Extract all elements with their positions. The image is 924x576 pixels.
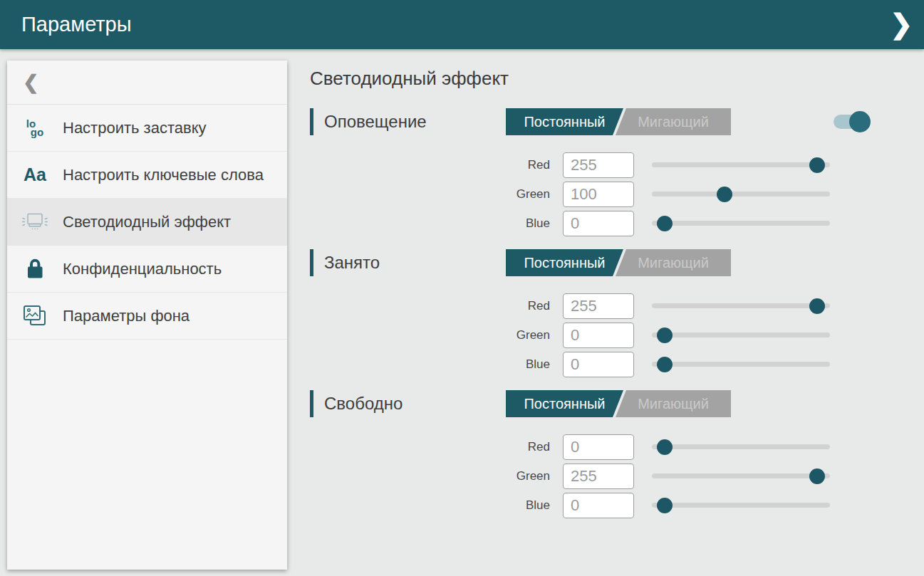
section-notification: Оповещение Постоянный Мигающий Red Green (310, 107, 910, 236)
mode-constant-button[interactable]: Постоянный (506, 249, 623, 276)
green-value-input[interactable] (563, 323, 634, 348)
back-chevron-icon: ❮ (23, 71, 39, 94)
red-row: Red (310, 152, 910, 178)
slider-thumb[interactable] (657, 328, 673, 343)
red-label: Red (492, 440, 563, 454)
slider-track[interactable] (652, 362, 830, 367)
slider-thumb[interactable] (717, 187, 732, 202)
section-title: Оповещение (324, 112, 506, 132)
blue-slider[interactable] (652, 215, 830, 232)
page-title: Светодиодный эффект (310, 68, 910, 90)
sidebar-collapse-button[interactable]: ❮ (7, 61, 287, 105)
settings-sidebar: ❮ logo Настроить заставку Aa Настроить к… (7, 61, 287, 570)
red-label: Red (492, 158, 563, 172)
slider-track[interactable] (652, 162, 830, 167)
slider-track[interactable] (652, 221, 830, 226)
sidebar-item-label: Настроить ключевые слова (63, 165, 272, 185)
green-value-input[interactable] (563, 464, 634, 489)
red-label: Red (492, 299, 563, 313)
green-slider[interactable] (652, 186, 830, 203)
slider-track[interactable] (652, 192, 830, 197)
slider-track[interactable] (652, 473, 830, 478)
red-value-input[interactable] (563, 434, 634, 460)
slider-track[interactable] (652, 303, 830, 308)
slider-thumb[interactable] (657, 357, 673, 372)
sidebar-item-led-effect[interactable]: Светодиодный эффект (7, 199, 287, 246)
app-header: Параметры ❯ (0, 0, 924, 49)
sidebar-item-label: Параметры фона (63, 306, 198, 326)
slider-thumb[interactable] (657, 498, 673, 513)
section-accent-bar (310, 108, 313, 135)
sidebar-item-background[interactable]: Параметры фона (7, 293, 287, 340)
sidebar-item-label: Настроить заставку (63, 118, 215, 138)
blue-row: Blue (310, 493, 910, 518)
app-title: Параметры (21, 13, 132, 36)
red-value-input[interactable] (563, 152, 634, 178)
green-slider[interactable] (652, 327, 830, 344)
mode-constant-button[interactable]: Постоянный (506, 390, 623, 417)
red-slider[interactable] (652, 157, 830, 174)
mode-blinking-button[interactable]: Мигающий (616, 249, 731, 276)
blue-label: Blue (492, 216, 563, 231)
blue-value-input[interactable] (563, 352, 634, 377)
toggle-thumb (849, 111, 871, 132)
aa-text-icon: Aa (7, 164, 63, 185)
green-row: Green (310, 464, 910, 489)
slider-thumb[interactable] (809, 298, 825, 314)
sidebar-item-label: Светодиодный эффект (63, 212, 239, 232)
mode-segmented-control: Постоянный Мигающий (506, 249, 731, 276)
lock-icon (7, 257, 63, 281)
slider-thumb[interactable] (657, 216, 673, 231)
images-icon (7, 303, 63, 329)
sidebar-item-privacy[interactable]: Конфиденциальность (7, 246, 287, 293)
red-row: Red (310, 293, 910, 319)
notification-toggle[interactable] (834, 111, 871, 132)
green-slider[interactable] (652, 468, 830, 485)
mode-segmented-control: Постоянный Мигающий (506, 390, 731, 417)
mode-blinking-button[interactable]: Мигающий (616, 390, 731, 417)
slider-thumb[interactable] (809, 468, 825, 484)
red-slider[interactable] (652, 439, 830, 456)
blue-slider[interactable] (652, 497, 830, 514)
sidebar-item-label: Конфиденциальность (63, 259, 230, 279)
blue-value-input[interactable] (563, 211, 634, 236)
led-effect-panel: Светодиодный эффект Оповещение Постоянны… (310, 68, 910, 530)
expand-chevron-icon[interactable]: ❯ (890, 7, 913, 41)
green-label: Green (492, 469, 563, 483)
green-value-input[interactable] (563, 182, 634, 207)
sidebar-item-splash-screen[interactable]: logo Настроить заставку (7, 105, 287, 152)
blue-label: Blue (492, 357, 563, 372)
red-slider[interactable] (652, 298, 830, 315)
blue-row: Blue (310, 352, 910, 377)
section-accent-bar (310, 390, 313, 417)
monitor-icon (7, 211, 63, 233)
red-row: Red (310, 434, 910, 460)
blue-value-input[interactable] (563, 493, 634, 518)
green-row: Green (310, 182, 910, 207)
red-value-input[interactable] (563, 293, 634, 319)
logo-text-icon: logo (7, 120, 63, 137)
blue-row: Blue (310, 211, 910, 236)
mode-blinking-button[interactable]: Мигающий (616, 108, 731, 135)
slider-thumb[interactable] (657, 439, 673, 455)
section-title: Свободно (324, 394, 506, 414)
blue-slider[interactable] (652, 356, 830, 373)
green-row: Green (310, 323, 910, 348)
sidebar-item-keywords[interactable]: Aa Настроить ключевые слова (7, 152, 287, 199)
green-label: Green (492, 328, 563, 342)
green-label: Green (492, 187, 563, 201)
blue-label: Blue (492, 498, 563, 513)
slider-track[interactable] (652, 444, 830, 449)
slider-track[interactable] (652, 503, 830, 508)
section-title: Занято (324, 253, 506, 273)
section-accent-bar (310, 249, 313, 276)
mode-constant-button[interactable]: Постоянный (506, 108, 623, 135)
slider-thumb[interactable] (809, 157, 825, 173)
mode-segmented-control: Постоянный Мигающий (506, 108, 731, 135)
slider-track[interactable] (652, 332, 830, 337)
section-busy: Занято Постоянный Мигающий Red Green Blu… (310, 248, 910, 377)
section-free: Свободно Постоянный Мигающий Red Green B… (310, 389, 910, 518)
